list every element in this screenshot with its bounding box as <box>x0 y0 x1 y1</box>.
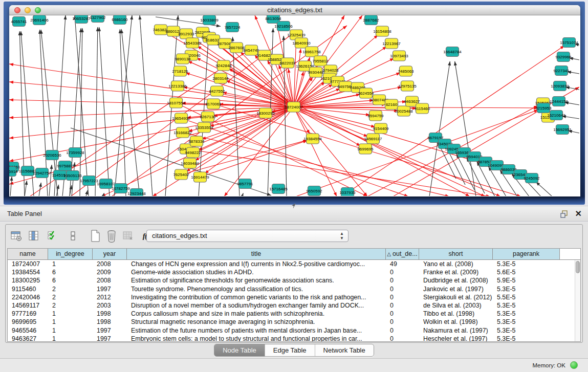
node-label: 9115460 <box>415 106 430 111</box>
tab-node-table[interactable]: Node Table <box>214 344 265 356</box>
node-label: 10973493 <box>390 54 408 58</box>
table-row[interactable]: 969969511998Structural magnetic resonanc… <box>8 318 580 326</box>
node-label: 15166822 <box>173 130 192 135</box>
table-cell: 0 <box>386 268 419 276</box>
float-panel-icon[interactable] <box>560 210 569 218</box>
tab-network-table[interactable]: Network Table <box>315 344 374 356</box>
citation-edge-red <box>9 107 294 138</box>
table-cell: 5.5E-5 <box>493 293 560 301</box>
node-label: 17359928 <box>66 150 84 155</box>
close-button[interactable] <box>14 7 20 13</box>
column-header-filler <box>560 249 580 259</box>
citation-edge-black <box>75 15 89 196</box>
import-table-icon[interactable] <box>121 229 135 243</box>
edge-arrowhead <box>454 61 457 65</box>
edge-arrowhead <box>334 192 337 196</box>
table-cell: 2 <box>48 293 93 301</box>
column-header-year[interactable]: year <box>93 249 127 259</box>
network-canvas[interactable]: 1872400774638228860128891293328226059827… <box>9 15 579 196</box>
node-label: 9930448 <box>308 70 324 75</box>
edge-arrowhead <box>130 15 133 19</box>
table-cell: 1998 <box>93 310 127 318</box>
scrollbar-thumb[interactable] <box>576 261 580 273</box>
node-label: 20206536 <box>43 153 61 158</box>
table-selector-dropdown[interactable]: citations_edges.txt ▲▼ <box>146 230 349 242</box>
table-row[interactable]: 1456911722003Disruption of a novel membe… <box>8 301 580 310</box>
column-header-in_degree[interactable]: in_degree <box>48 249 93 259</box>
table-cell: 18724007 <box>8 260 48 268</box>
column-header-title[interactable]: title <box>127 249 386 259</box>
table-row[interactable]: 1872400712008Changes of HCN gene express… <box>8 260 580 268</box>
node-label: 18107554 <box>167 101 185 105</box>
table-row[interactable]: 946362711997Embryonic stem cells: a mode… <box>8 335 580 342</box>
table-cell: 0 <box>386 310 419 318</box>
table-cell: 1997 <box>93 326 127 335</box>
network-window-titlebar[interactable]: citations_edges.txt <box>9 5 580 15</box>
row-pair-icon[interactable] <box>66 229 79 243</box>
node-label: 18300295 <box>256 111 275 116</box>
vertical-scrollbar[interactable] <box>575 260 580 341</box>
table-cell: Genome-wide association studies in ADHD. <box>127 268 386 276</box>
table-row[interactable]: 1938455462009Genome-wide association stu… <box>8 268 580 276</box>
node-label: 16543382 <box>183 41 202 46</box>
node-label: 9890138 <box>175 57 191 61</box>
table-cell: Tibbo et al. (1998) <box>419 310 493 318</box>
node-label: 2718126 <box>172 69 188 74</box>
column-header-name[interactable]: name <box>8 249 48 259</box>
column-header-pagerank[interactable]: pagerank <box>493 249 560 259</box>
node-label: 6986160 <box>112 17 128 22</box>
column-header-short[interactable]: short <box>419 249 493 259</box>
node-label: 13353554 <box>195 125 213 130</box>
node-label: 15751074 <box>560 40 578 45</box>
table-cell: 0 <box>386 276 419 285</box>
citation-edge-black <box>121 29 140 196</box>
tab-edge-table[interactable]: Edge Table <box>265 344 315 356</box>
node-label: 8267130 <box>200 115 216 119</box>
edge-arrowhead <box>343 26 347 29</box>
table-row[interactable]: 946554611997Estimation of the future num… <box>8 326 580 335</box>
table-cell: 2009 <box>93 268 127 276</box>
table-cell: Nakamura et al. (1997) <box>419 326 493 335</box>
table-cell: 0 <box>386 335 419 342</box>
minimize-button[interactable] <box>25 7 31 13</box>
node-label: 4055741 <box>11 19 27 24</box>
table-cell: Hescheler et al. (1997) <box>419 335 493 342</box>
table-cell: 0 <box>386 318 419 326</box>
table-settings-icon[interactable] <box>10 229 23 243</box>
table-cell: 2008 <box>93 276 127 285</box>
citation-network-graph[interactable]: 1872400774638228860128891293328226059827… <box>9 15 579 196</box>
table-cell: 5.3E-5 <box>493 326 560 335</box>
memory-status-indicator[interactable] <box>570 361 578 369</box>
node-label: 16648784 <box>443 50 462 54</box>
table-row[interactable]: 2242004622012Investigating the contribut… <box>8 293 580 301</box>
new-file-icon[interactable] <box>89 229 102 243</box>
edge-arrowhead <box>39 183 42 187</box>
table-cell: 5.9E-5 <box>493 276 560 285</box>
node-label: 1327902 <box>90 15 106 20</box>
table-cell: 2008 <box>93 260 127 268</box>
column-checklist-icon[interactable] <box>46 229 59 243</box>
table-columns-icon[interactable] <box>27 229 40 243</box>
node-label: 16914479 <box>191 175 209 180</box>
node-label: 15716485 <box>269 187 288 191</box>
edge-arrowhead <box>9 116 13 119</box>
table-row[interactable]: 977716911998Corpus callosum shape and si… <box>8 310 580 318</box>
node-label: 10653287 <box>72 16 91 21</box>
table-cell: 19384554 <box>8 268 48 276</box>
node-label: 9498222 <box>185 150 201 155</box>
close-panel-icon[interactable]: ✕ <box>575 209 582 218</box>
edge-arrowhead <box>73 162 76 166</box>
node-label: 7485063 <box>398 69 414 74</box>
delete-rows-icon[interactable] <box>105 229 118 243</box>
zoom-button[interactable] <box>35 7 41 13</box>
table-cell: 6 <box>48 276 93 285</box>
column-header-out_de[interactable]: △out_de... <box>386 249 419 259</box>
network-window-title: citations_edges.txt <box>9 5 580 15</box>
table-cell: Changes of HCN gene expression and I(f) … <box>127 260 386 268</box>
table-row[interactable]: 1830029562008Estimation of significance … <box>8 276 580 285</box>
table-row[interactable]: 911546021997Tourette syndrome. Phenomeno… <box>8 285 580 293</box>
edge-arrowhead <box>85 190 88 194</box>
table-cell: 5.3E-5 <box>493 285 560 293</box>
table-cell: 2 <box>48 301 93 310</box>
table-cell: 5.3E-5 <box>493 310 560 318</box>
